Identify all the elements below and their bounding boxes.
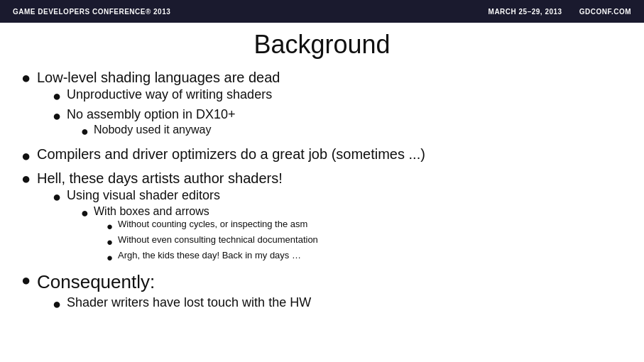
consequently-list: ● Consequently: ● Shader writers have lo… (21, 270, 623, 314)
boxes-arrows-text: With boxes and arrows (94, 205, 209, 217)
artists-shaders-text: Hell, these days artists author shaders! (37, 170, 283, 186)
low-level-shading-text: Low-level shading languages are dead (37, 70, 280, 85)
list-item: ● Compilers and driver optimizers do a g… (21, 146, 623, 167)
bullet-dot-l4: ● (107, 219, 118, 234)
list-item: ● Without even consulting technical docu… (107, 234, 318, 249)
bullet-dot-l4: ● (107, 250, 118, 265)
l3-list-assembly: ● Nobody used it anyway (81, 123, 236, 141)
l2-list-shading: ● Unproductive way of writing shaders ● … (53, 87, 280, 142)
list-item: ● Low-level shading languages are dead ●… (21, 68, 623, 143)
bullet-dot-l1: ● (21, 68, 37, 89)
conference-site: GDCONF.COM (579, 8, 631, 16)
list-item: ● Hell, these days artists author shader… (21, 169, 623, 268)
l2-list-artists: ● Using visual shader editors ● With box… (53, 187, 318, 266)
conference-date: MARCH 25–29, 2013 (489, 8, 562, 16)
slide-content: Background ● Low-level shading languages… (0, 23, 644, 324)
bullet-dot-l1: ● (21, 146, 37, 167)
kids-text: Argh, the kids these day! Back in my day… (118, 250, 301, 262)
bullet-dot-l4: ● (107, 234, 118, 249)
conference-title: GAME DEVELOPERS CONFERENCE® 2013 (13, 8, 170, 16)
list-item: ● Using visual shader editors ● With box… (53, 187, 318, 266)
list-item: ● Nobody used it anyway (81, 123, 236, 141)
bullet-dot-l2: ● (53, 106, 67, 125)
no-docs-text: Without even consulting technical docume… (118, 234, 318, 246)
list-item: ● Unproductive way of writing shaders (53, 87, 280, 105)
bullet-dot-l3: ● (81, 123, 94, 141)
bullet-dot-l2: ● (53, 295, 67, 313)
list-item: ● No assembly option in DX10+ ● Nobody u… (53, 106, 280, 142)
slide-title: Background (21, 30, 623, 60)
bullet-dot-l3: ● (81, 204, 94, 222)
no-cycles-text: Without counting cycles, or inspecting t… (118, 219, 307, 231)
l3-list-visual: ● With boxes and arrows ● Without counti… (81, 204, 318, 266)
bullet-dot-l1: ● (21, 169, 37, 190)
unproductive-text: Unproductive way of writing shaders (67, 87, 272, 103)
visual-editors-text: Using visual shader editors (67, 188, 220, 202)
l2-list-consequently: ● Shader writers have lost touch with th… (53, 295, 311, 313)
header-bar: GAME DEVELOPERS CONFERENCE® 2013 MARCH 2… (0, 0, 644, 23)
list-item: ● Shader writers have lost touch with th… (53, 295, 311, 313)
header-right: MARCH 25–29, 2013 GDCONF.COM (489, 8, 631, 16)
main-bullet-list: ● Low-level shading languages are dead ●… (21, 68, 623, 268)
consequently-label: Consequently: (37, 271, 155, 292)
shader-writers-text: Shader writers have lost touch with the … (67, 295, 311, 311)
list-item: ● With boxes and arrows ● Without counti… (81, 204, 318, 266)
list-item: ● Argh, the kids these day! Back in my d… (107, 250, 318, 265)
bullet-dot-consequently: ● (21, 270, 37, 291)
compilers-text: Compilers and driver optimizers do a gre… (37, 146, 425, 163)
list-item: ● Consequently: ● Shader writers have lo… (21, 270, 623, 314)
nobody-used-text: Nobody used it anyway (94, 123, 211, 138)
l4-list-boxes: ● Without counting cycles, or inspecting… (107, 219, 318, 265)
no-assembly-text: No assembly option in DX10+ (67, 107, 236, 121)
list-item: ● Without counting cycles, or inspecting… (107, 219, 318, 234)
bullet-dot-l2: ● (53, 87, 67, 105)
bullet-dot-l2: ● (53, 187, 67, 206)
